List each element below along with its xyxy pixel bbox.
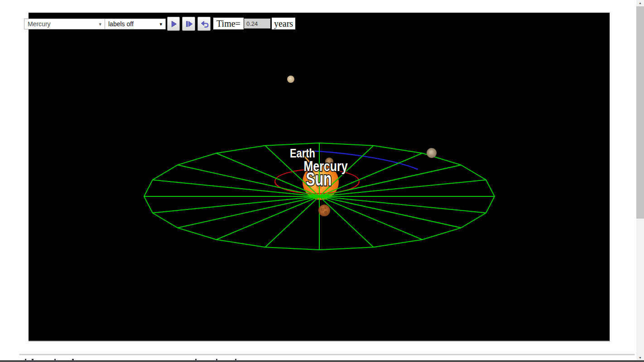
undo-icon [199,19,209,29]
planet-texture [324,211,327,214]
planet-planet-lower [318,205,330,216]
bottom-panel-edge [0,360,644,362]
grid-spoke [178,196,319,228]
play-icon [168,19,178,29]
grid-spoke [265,196,319,247]
time-label: Time= [213,18,244,29]
time-units-label: years [272,18,295,29]
play-button[interactable] [167,17,180,31]
labels-select-value: labels off [108,20,134,28]
planet-select[interactable]: Mercury ▾ [24,19,105,29]
grid-spoke [319,196,486,213]
step-forward-button[interactable] [182,17,195,31]
object-label-sun: Sun [306,168,332,190]
grid-spoke [319,180,486,197]
planet-texture [324,207,327,210]
horizontal-scrollbar-thumb[interactable] [19,354,635,355]
step-forward-icon [184,19,194,29]
grid-spoke [153,196,319,213]
chevron-down-icon: ▾ [99,22,101,27]
solar-system-scene[interactable]: EarthMercurySun [29,13,610,341]
reset-button[interactable] [197,17,211,31]
time-input[interactable] [244,19,270,29]
labels-select[interactable]: labels off ▾ [105,19,166,29]
planet-texture [321,208,324,211]
vertical-scrollbar[interactable]: ▲ ▼ [636,0,644,362]
vertical-scrollbar-thumb[interactable] [636,6,644,219]
planet-select-value: Mercury [28,20,51,28]
chevron-down-icon: ▾ [159,22,162,27]
grid-spoke [216,196,320,240]
scroll-up-arrow-icon[interactable]: ▲ [636,0,644,6]
grid-spoke [319,196,461,228]
planet-planet-right [427,148,437,158]
grid-spoke [319,196,423,240]
grid-spoke [153,180,319,197]
grid-spoke [178,165,319,196]
vpython-3d-canvas[interactable]: EarthMercurySun [29,13,610,342]
grid-spoke [319,196,374,247]
planet-planet-upper [287,76,294,83]
